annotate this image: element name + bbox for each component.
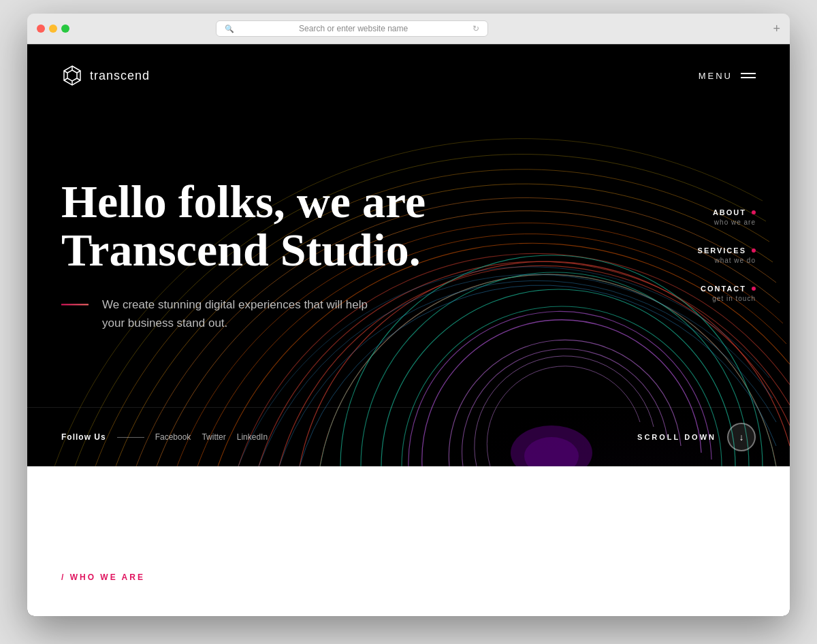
hero-footer: Follow Us Facebook Twitter LinkedIn SCRO… xyxy=(27,407,790,466)
hamburger-icon xyxy=(741,73,756,78)
logo[interactable]: transcend xyxy=(61,65,150,86)
browser-window: 🔍 Search or enter website name ↻ + xyxy=(27,14,790,616)
address-bar[interactable]: 🔍 Search or enter website name ↻ xyxy=(216,20,488,37)
follow-us-label: Follow Us xyxy=(61,432,106,442)
side-nav-contact[interactable]: CONTACT get in touch xyxy=(698,285,756,302)
close-button[interactable] xyxy=(37,25,45,33)
social-links: Facebook Twitter LinkedIn xyxy=(155,432,268,442)
facebook-link[interactable]: Facebook xyxy=(155,432,191,442)
logo-text: transcend xyxy=(90,69,150,83)
who-we-are-label: / WHO WE ARE xyxy=(61,573,145,582)
hero-content: Hello folks, we are Transcend Studio. We… xyxy=(61,178,426,332)
contact-dot xyxy=(752,287,756,291)
menu-button[interactable]: MENU xyxy=(699,71,756,81)
search-icon: 🔍 xyxy=(225,25,234,33)
scroll-section: SCROLL DOWN ↓ xyxy=(637,423,756,451)
navigation: transcend MENU xyxy=(27,44,790,107)
browser-chrome: 🔍 Search or enter website name ↻ + xyxy=(27,14,790,44)
maximize-button[interactable] xyxy=(61,25,69,33)
side-nav-services[interactable]: SERVICES what we do xyxy=(698,246,756,264)
new-tab-button[interactable]: + xyxy=(773,22,780,36)
menu-label: MENU xyxy=(699,71,733,81)
services-dot xyxy=(752,248,756,253)
services-nav-label: SERVICES xyxy=(698,246,756,255)
scroll-down-label: SCROLL DOWN xyxy=(637,433,716,441)
traffic-lights xyxy=(37,25,69,33)
contact-nav-sub: get in touch xyxy=(698,295,756,302)
social-section: Follow Us Facebook Twitter LinkedIn xyxy=(61,432,268,442)
minimize-button[interactable] xyxy=(49,25,57,33)
refresh-icon[interactable]: ↻ xyxy=(472,24,479,33)
about-nav-label: ABOUT xyxy=(698,208,756,216)
arrow-down-icon: ↓ xyxy=(739,432,744,442)
hero-section: transcend MENU ABOUT who we xyxy=(27,44,790,466)
hero-description: We create stunning digital experiences t… xyxy=(102,295,374,332)
svg-marker-5 xyxy=(67,70,77,81)
about-nav-sub: who we are xyxy=(698,219,756,226)
contact-nav-label: CONTACT xyxy=(698,285,756,293)
linkedin-link[interactable]: LinkedIn xyxy=(237,432,268,442)
logo-icon xyxy=(61,65,83,86)
side-nav-about[interactable]: ABOUT who we are xyxy=(698,208,756,226)
hero-description-wrap: We create stunning digital experiences t… xyxy=(61,295,426,332)
side-navigation: ABOUT who we are SERVICES what we do CON… xyxy=(698,208,756,302)
white-section: / WHO WE ARE xyxy=(27,466,790,616)
services-nav-sub: what we do xyxy=(698,257,756,264)
address-input[interactable]: Search or enter website name xyxy=(240,24,467,33)
scroll-down-button[interactable]: ↓ xyxy=(727,423,756,451)
hero-accent-line xyxy=(61,304,89,305)
twitter-link[interactable]: Twitter xyxy=(202,432,225,442)
page-content: transcend MENU ABOUT who we xyxy=(27,44,790,616)
hero-title: Hello folks, we are Transcend Studio. xyxy=(61,178,426,275)
about-dot xyxy=(752,210,756,214)
social-separator xyxy=(117,437,144,438)
